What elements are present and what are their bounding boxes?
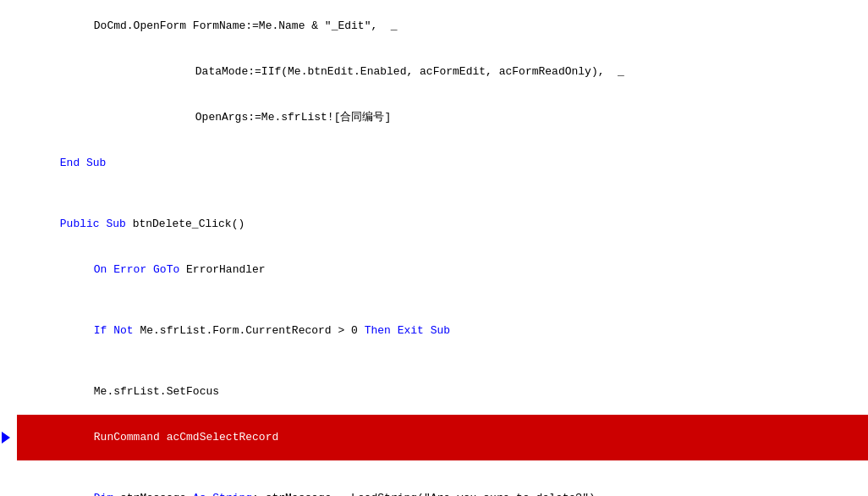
code-line-11: Me.sfrList.SetFocus [0,369,868,415]
line-content-12: RunCommand acCmdSelectRecord [17,415,868,460]
line-content-13 [17,460,868,476]
line-content-7: On Error GoTo ErrorHandler [17,247,868,293]
line-content-6: Public Sub btnDelete_Click() [17,201,868,247]
line-content-4: End Sub [17,141,868,186]
code-line-9: If Not Me.sfrList.Form.CurrentRecord > 0… [0,308,868,354]
code-editor: DoCmd.OpenForm FormName:=Me.Name & "_Edi… [0,0,868,496]
line-content-9: If Not Me.sfrList.Form.CurrentRecord > 0… [17,308,868,354]
line-content-5 [17,186,868,201]
line-content-10 [17,354,868,369]
code-line-13 [0,460,868,476]
code-line-12: RunCommand acCmdSelectRecord [0,415,868,460]
code-line-10 [0,354,868,369]
code-line-8 [0,293,868,308]
line-content-2: DataMode:=IIf(Me.btnEdit.Enabled, acForm… [17,49,868,95]
debug-arrow [2,432,10,444]
line-content-3: OpenArgs:=Me.sfrList![合同编号] [17,95,868,141]
code-line-2: DataMode:=IIf(Me.btnEdit.Enabled, acForm… [0,49,868,95]
code-line-5 [0,186,868,201]
line-content-14: Dim strMessage As String: strMessage = L… [17,476,868,496]
code-line-7: On Error GoTo ErrorHandler [0,247,868,293]
line-content-11: Me.sfrList.SetFocus [17,369,868,415]
code-line-1: DoCmd.OpenForm FormName:=Me.Name & "_Edi… [0,3,868,49]
code-line-6: Public Sub btnDelete_Click() [0,201,868,247]
line-content-8 [17,293,868,308]
code-line-3: OpenArgs:=Me.sfrList![合同编号] [0,95,868,141]
code-line-14: Dim strMessage As String: strMessage = L… [0,476,868,496]
line-content-1: DoCmd.OpenForm FormName:=Me.Name & "_Edi… [17,3,868,49]
code-line-4: End Sub [0,141,868,186]
